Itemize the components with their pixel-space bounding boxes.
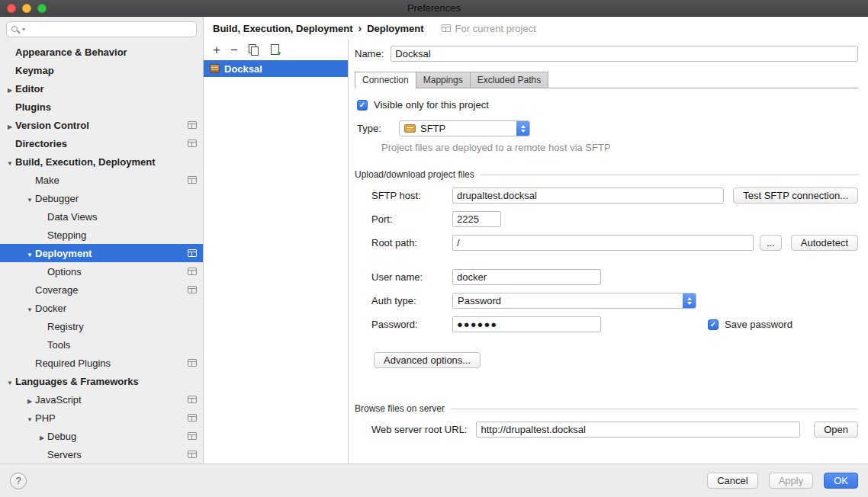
stepper-icon[interactable]: [516, 121, 529, 136]
sidebar-item-make[interactable]: Make: [0, 171, 203, 189]
remove-server-button[interactable]: −: [230, 43, 238, 56]
breadcrumb-page: Deployment: [367, 23, 423, 34]
add-server-button[interactable]: +: [213, 43, 220, 56]
apply-button[interactable]: Apply: [769, 473, 814, 489]
sidebar-item-label: Editor: [15, 83, 44, 95]
sidebar-item-plugins[interactable]: Plugins: [0, 98, 203, 116]
sftp-host-field[interactable]: [452, 188, 724, 204]
server-list-item-docksal[interactable]: Docksal: [204, 60, 348, 77]
chevron-down-icon[interactable]: [24, 248, 35, 259]
autodetect-button[interactable]: Autodetect: [791, 235, 858, 251]
visible-only-checkbox[interactable]: [357, 100, 368, 111]
sidebar-item-tools[interactable]: Tools: [0, 335, 203, 354]
search-box[interactable]: ▾: [6, 21, 197, 37]
save-password-checkbox[interactable]: [708, 319, 719, 330]
chevron-right-icon[interactable]: [24, 394, 35, 406]
sidebar-item-label: PHP: [35, 412, 56, 424]
per-project-settings-icon: [188, 139, 197, 147]
sidebar-item-keymap[interactable]: Keymap: [0, 61, 203, 79]
upload-section-header: Upload/download project files: [355, 169, 858, 180]
sftp-host-label: SFTP host:: [371, 190, 452, 201]
sidebar-item-label: Plugins: [15, 101, 51, 113]
sidebar-item-docker[interactable]: Docker: [0, 299, 203, 317]
chevron-right-icon[interactable]: [5, 83, 15, 95]
sidebar-item-servers[interactable]: Servers: [0, 445, 203, 463]
sidebar-item-label: Keymap: [15, 65, 54, 76]
sidebar-item-version-control[interactable]: Version Control: [0, 116, 203, 134]
ok-button[interactable]: OK: [824, 473, 858, 489]
server-name: Docksal: [224, 63, 262, 75]
sidebar-item-javascript[interactable]: JavaScript: [0, 390, 203, 409]
import-server-icon[interactable]: [269, 44, 281, 56]
search-input[interactable]: [27, 23, 192, 36]
server-list-toolbar: + −: [204, 40, 348, 60]
web-root-field[interactable]: [476, 422, 800, 438]
user-name-label: User name:: [371, 271, 452, 283]
copy-server-icon[interactable]: [248, 44, 259, 56]
sidebar-item-build-execution-deployment[interactable]: Build, Execution, Deployment: [0, 152, 203, 171]
per-project-settings-icon: [188, 414, 197, 422]
minimize-button[interactable]: [22, 4, 31, 13]
chevron-down-icon[interactable]: [24, 412, 35, 424]
sidebar-item-options[interactable]: Options: [0, 262, 203, 281]
user-name-field[interactable]: [452, 269, 601, 285]
sidebar-item-label: Languages & Frameworks: [15, 376, 139, 387]
chevron-right-icon[interactable]: [5, 120, 15, 131]
chevron-down-icon[interactable]: [5, 376, 15, 387]
tab-connection[interactable]: Connection: [355, 72, 416, 88]
type-label: Type:: [357, 123, 399, 134]
zoom-button[interactable]: [37, 4, 47, 13]
sidebar-item-debug[interactable]: Debug: [0, 427, 203, 445]
chevron-right-icon[interactable]: [37, 431, 47, 442]
stepper-icon[interactable]: [683, 293, 696, 308]
save-password-label: Save password: [725, 319, 792, 330]
chevron-down-icon[interactable]: [24, 303, 35, 314]
port-field[interactable]: [452, 211, 501, 227]
sidebar-item-label: Make: [35, 175, 59, 186]
sidebar-item-editor[interactable]: Editor: [0, 79, 203, 98]
auth-type-select[interactable]: Password: [452, 293, 696, 309]
sidebar-item-label: JavaScript: [35, 394, 82, 406]
port-label: Port:: [371, 213, 452, 225]
sidebar-item-label: Registry: [47, 321, 84, 332]
open-button[interactable]: Open: [814, 422, 858, 438]
sidebar-item-label: Servers: [47, 449, 82, 460]
name-field[interactable]: [391, 46, 858, 62]
upload-section-title: Upload/download project files: [355, 169, 474, 180]
breadcrumb-section: Build, Execution, Deployment: [213, 23, 352, 34]
sidebar-item-debugger[interactable]: Debugger: [0, 189, 203, 207]
settings-sidebar: ▾ Appearance & Behavior Keymap Editor: [0, 17, 204, 463]
tab-mappings[interactable]: Mappings: [416, 72, 471, 88]
test-connection-button[interactable]: Test SFTP connection...: [733, 188, 858, 204]
chevron-down-icon[interactable]: [5, 156, 15, 168]
sidebar-item-label: Required Plugins: [35, 358, 111, 369]
sidebar-item-data-views[interactable]: Data Views: [0, 207, 203, 226]
search-options-caret-icon[interactable]: ▾: [22, 26, 25, 33]
type-select[interactable]: SFTP: [399, 120, 530, 136]
scope-label: For current project: [455, 23, 536, 34]
sidebar-item-registry[interactable]: Registry: [0, 317, 203, 335]
help-button[interactable]: ?: [10, 473, 27, 489]
sidebar-item-coverage[interactable]: Coverage: [0, 281, 203, 299]
web-root-label: Web server root URL:: [371, 424, 467, 435]
root-path-field[interactable]: [452, 235, 754, 251]
cancel-button[interactable]: Cancel: [707, 473, 757, 489]
sidebar-item-appearance-behavior[interactable]: Appearance & Behavior: [0, 43, 203, 61]
browse-root-button[interactable]: ...: [760, 235, 782, 251]
tab-excluded-paths[interactable]: Excluded Paths: [470, 72, 548, 88]
sidebar-item-languages-frameworks[interactable]: Languages & Frameworks: [0, 372, 203, 390]
sidebar-item-deployment[interactable]: Deployment: [0, 244, 203, 262]
advanced-options-button[interactable]: Advanced options...: [374, 352, 481, 368]
password-field[interactable]: [452, 316, 601, 332]
sidebar-item-label: Debugger: [35, 193, 79, 204]
sidebar-item-required-plugins[interactable]: Required Plugins: [0, 354, 203, 372]
chevron-down-icon[interactable]: [24, 193, 35, 204]
per-project-settings-icon: [188, 121, 197, 129]
close-button[interactable]: [7, 4, 16, 13]
server-list-panel: + − Docksal: [204, 40, 349, 463]
server-config-form: Name: Connection Mappings Excluded Paths…: [349, 40, 868, 463]
sidebar-item-directories[interactable]: Directories: [0, 134, 203, 152]
sidebar-item-php[interactable]: PHP: [0, 409, 203, 427]
sidebar-item-stepping[interactable]: Stepping: [0, 226, 203, 244]
sidebar-item-label: Build, Execution, Deployment: [15, 156, 155, 168]
